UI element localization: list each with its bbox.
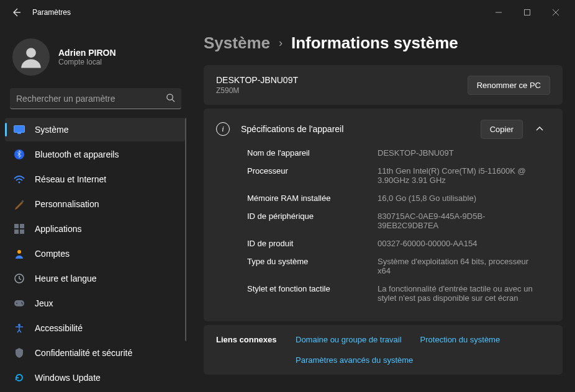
search-box[interactable] bbox=[10, 88, 181, 109]
sidebar-item-accounts[interactable]: Comptes bbox=[5, 242, 185, 265]
sidebar-item-bluetooth[interactable]: Bluetooth et appareils bbox=[5, 143, 185, 166]
search-input[interactable] bbox=[16, 94, 166, 104]
nav-list: SystèmeBluetooth et appareilsRéseau et I… bbox=[5, 118, 186, 392]
spec-row: ID de périphérique830715AC-0AE9-445A-9D5… bbox=[247, 212, 550, 230]
sidebar-item-label: Windows Update bbox=[35, 373, 101, 383]
sidebar-item-label: Bluetooth et appareils bbox=[35, 149, 119, 159]
personalize-icon bbox=[14, 198, 25, 210]
spec-row: Type du systèmeSystème d'exploitation 64… bbox=[247, 257, 550, 275]
privacy-icon bbox=[14, 347, 25, 359]
pc-identity-card: DESKTOP-JBNU09T Z590M Renommer ce PC bbox=[204, 65, 563, 105]
sidebar-item-label: Confidentialité et sécurité bbox=[35, 348, 132, 358]
sidebar-item-apps[interactable]: Applications bbox=[5, 217, 185, 241]
user-subtitle: Compte local bbox=[58, 58, 116, 66]
chevron-up-icon bbox=[535, 125, 544, 133]
breadcrumb-current: Informations système bbox=[291, 33, 458, 53]
close-button[interactable] bbox=[541, 2, 570, 22]
svg-point-22 bbox=[18, 324, 20, 326]
spec-key: Mémoire RAM installée bbox=[247, 194, 378, 203]
chevron-right-icon: › bbox=[279, 37, 283, 50]
pc-name: DESKTOP-JBNU09T bbox=[216, 75, 298, 85]
spec-row: ID de produit00327-60000-00000-AA154 bbox=[247, 239, 550, 248]
sidebar-item-personalize[interactable]: Personnalisation bbox=[5, 192, 185, 216]
pc-model: Z590M bbox=[216, 86, 298, 95]
svg-point-10 bbox=[19, 182, 20, 184]
accessibility-icon bbox=[14, 323, 25, 334]
sidebar-item-label: Accessibilité bbox=[35, 323, 83, 333]
links-title: Liens connexes bbox=[216, 335, 278, 365]
spec-key: Type du système bbox=[247, 257, 378, 275]
svg-line-6 bbox=[172, 99, 174, 102]
sidebar-item-system[interactable]: Système bbox=[5, 118, 185, 141]
user-profile[interactable]: Adrien PIRON Compte local bbox=[5, 32, 186, 88]
related-links-card: Liens connexes Domaine ou groupe de trav… bbox=[204, 325, 563, 375]
sidebar-item-label: Heure et langue bbox=[35, 274, 97, 283]
breadcrumb-parent[interactable]: Système bbox=[204, 33, 270, 53]
main-content: Système › Informations système DESKTOP-J… bbox=[191, 25, 575, 392]
system-icon bbox=[14, 124, 25, 135]
spec-key: Stylet et fonction tactile bbox=[247, 284, 378, 303]
time-icon bbox=[14, 273, 25, 284]
spec-value: 830715AC-0AE9-445A-9D5B-39EB2C9DB7EA bbox=[378, 212, 539, 230]
spec-value: DESKTOP-JBNU09T bbox=[378, 148, 539, 158]
sidebar-item-label: Personnalisation bbox=[35, 199, 99, 209]
spec-value: 00327-60000-00000-AA154 bbox=[378, 239, 539, 248]
svg-rect-1 bbox=[525, 10, 530, 16]
svg-rect-18 bbox=[14, 300, 24, 306]
copy-button[interactable]: Copier bbox=[481, 120, 523, 139]
spec-key: ID de périphérique bbox=[247, 212, 378, 230]
sidebar-item-privacy[interactable]: Confidentialité et sécurité bbox=[5, 341, 185, 365]
spec-key: ID de produit bbox=[247, 239, 378, 248]
sidebar-item-gaming[interactable]: Jeux bbox=[5, 292, 185, 315]
related-link[interactable]: Domaine ou groupe de travail bbox=[296, 335, 402, 344]
sidebar: Adrien PIRON Compte local SystèmeBluetoo… bbox=[0, 25, 191, 392]
svg-rect-15 bbox=[20, 229, 24, 234]
gaming-icon bbox=[14, 298, 25, 309]
spec-value: La fonctionnalité d'entrée tactile ou av… bbox=[378, 284, 539, 303]
spec-row: Mémoire RAM installée16,0 Go (15,8 Go ut… bbox=[247, 194, 550, 203]
sidebar-item-label: Système bbox=[35, 125, 68, 135]
specs-title: Spécifications de l'appareil bbox=[241, 124, 469, 134]
svg-point-19 bbox=[16, 303, 17, 304]
svg-rect-13 bbox=[20, 224, 24, 228]
spec-row: Processeur11th Gen Intel(R) Core(TM) i5-… bbox=[247, 166, 550, 185]
related-link[interactable]: Paramètres avancés du système bbox=[296, 355, 413, 365]
back-button[interactable] bbox=[10, 6, 22, 19]
related-link[interactable]: Protection du système bbox=[420, 335, 500, 344]
accounts-icon bbox=[14, 248, 25, 259]
device-specs-card: i Spécifications de l'appareil Copier No… bbox=[204, 109, 563, 321]
sidebar-item-accessibility[interactable]: Accessibilité bbox=[5, 316, 185, 340]
sidebar-item-label: Jeux bbox=[35, 298, 53, 308]
svg-rect-7 bbox=[14, 126, 25, 133]
window-title: Paramètres bbox=[32, 8, 71, 17]
svg-rect-14 bbox=[14, 229, 19, 234]
titlebar: Paramètres bbox=[0, 0, 575, 25]
maximize-button[interactable] bbox=[513, 2, 541, 22]
update-icon bbox=[14, 372, 25, 383]
minimize-button[interactable] bbox=[484, 2, 513, 22]
bluetooth-icon bbox=[14, 149, 25, 160]
sidebar-item-label: Comptes bbox=[35, 249, 70, 259]
rename-pc-button[interactable]: Renommer ce PC bbox=[468, 76, 550, 95]
collapse-button[interactable] bbox=[529, 118, 550, 140]
network-icon bbox=[14, 174, 25, 185]
spec-value: 16,0 Go (15,8 Go utilisable) bbox=[378, 194, 539, 203]
sidebar-item-update[interactable]: Windows Update bbox=[5, 366, 185, 390]
svg-point-5 bbox=[167, 94, 173, 99]
avatar bbox=[12, 38, 50, 76]
svg-rect-12 bbox=[14, 224, 19, 228]
info-icon: i bbox=[216, 122, 230, 136]
breadcrumb: Système › Informations système bbox=[204, 33, 563, 53]
spec-key: Nom de l'appareil bbox=[247, 148, 378, 158]
svg-point-4 bbox=[26, 48, 36, 58]
search-icon bbox=[166, 93, 175, 104]
scrollbar[interactable] bbox=[185, 118, 186, 341]
spec-value: Système d'exploitation 64 bits, processe… bbox=[378, 257, 539, 275]
spec-value: 11th Gen Intel(R) Core(TM) i5-11600K @ 3… bbox=[378, 166, 539, 185]
spec-row: Nom de l'appareilDESKTOP-JBNU09T bbox=[247, 148, 550, 158]
sidebar-item-time[interactable]: Heure et langue bbox=[5, 267, 185, 290]
sidebar-item-network[interactable]: Réseau et Internet bbox=[5, 167, 185, 191]
svg-point-21 bbox=[22, 303, 23, 305]
spec-key: Processeur bbox=[247, 166, 378, 185]
sidebar-item-label: Réseau et Internet bbox=[35, 174, 106, 184]
